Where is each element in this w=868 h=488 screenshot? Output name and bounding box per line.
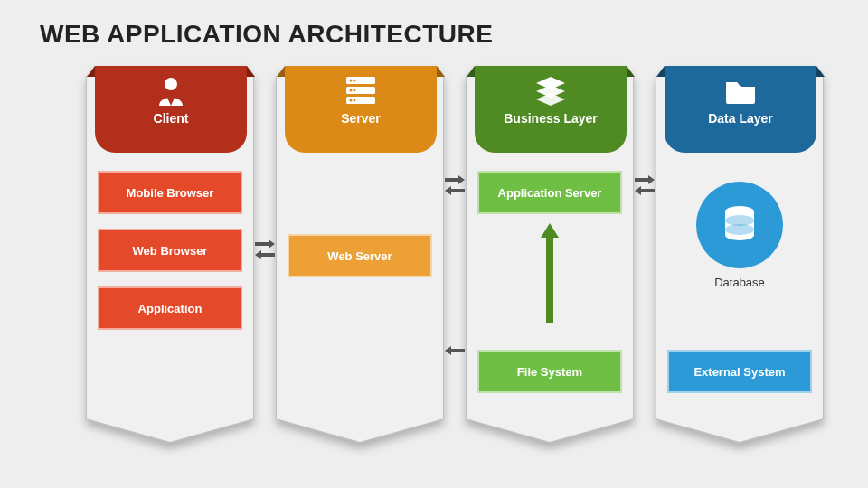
server-icon (343, 75, 379, 106)
block-web-server: Web Server (288, 234, 432, 277)
arrow-left-icon (255, 250, 275, 259)
svg-point-4 (350, 80, 353, 82)
arrow-left-icon (445, 186, 465, 195)
block-web-browser: Web Browser (98, 229, 242, 272)
block-application: Application (98, 286, 242, 330)
layers-icon (533, 75, 569, 106)
connector-server-biz-bottom (445, 346, 465, 355)
svg-point-5 (354, 80, 356, 82)
svg-point-6 (350, 89, 353, 92)
block-application-server: Application Server (477, 171, 622, 214)
arrow-left-icon (635, 186, 655, 195)
database-group: Database (656, 182, 823, 289)
header-data-layer-label: Data Layer (708, 111, 773, 126)
column-client: Client Mobile Browser Web Browser Applic… (86, 76, 254, 419)
arrow-right-icon (635, 175, 655, 184)
database-label: Database (656, 276, 823, 289)
block-mobile-browser: Mobile Browser (98, 171, 242, 214)
connector-server-biz-top (445, 175, 465, 195)
page-title: WEB APPLICATION ARCHITECTURE (0, 0, 868, 49)
column-data-layer: Data Layer Database External System (656, 76, 824, 419)
header-server: Server (285, 66, 437, 153)
arrow-left-icon (445, 346, 465, 355)
up-arrow-icon (542, 223, 558, 323)
arrow-right-icon (445, 175, 465, 184)
block-file-system: File System (477, 350, 622, 393)
header-client: Client (95, 66, 247, 153)
svg-point-7 (354, 89, 356, 92)
body-data-layer: Database External System (656, 164, 823, 418)
body-server: Web Server (277, 164, 443, 418)
arrow-right-icon (255, 239, 275, 249)
svg-point-8 (350, 99, 353, 102)
header-server-label: Server (341, 111, 381, 126)
connector-client-server (255, 239, 275, 259)
svg-marker-12 (536, 93, 565, 106)
body-client: Mobile Browser Web Browser Application (87, 164, 253, 418)
header-business-layer-label: Business Layer (504, 111, 598, 126)
connector-biz-data (635, 175, 655, 195)
header-business-layer: Business Layer (475, 66, 627, 153)
block-external-system: External System (667, 350, 812, 393)
diagram-stage: Client Mobile Browser Web Browser Applic… (0, 58, 868, 474)
svg-point-9 (354, 99, 356, 102)
person-icon (153, 75, 189, 106)
body-business-layer: Application Server File System (467, 164, 633, 418)
svg-point-15 (725, 224, 754, 235)
svg-point-0 (165, 78, 177, 90)
column-server: Server Web Server (276, 76, 444, 419)
folder-icon (722, 75, 759, 106)
header-data-layer: Data Layer (665, 66, 816, 153)
column-business-layer: Business Layer Application Server File S… (466, 76, 634, 419)
header-client-label: Client (154, 111, 189, 126)
database-icon (696, 182, 783, 268)
